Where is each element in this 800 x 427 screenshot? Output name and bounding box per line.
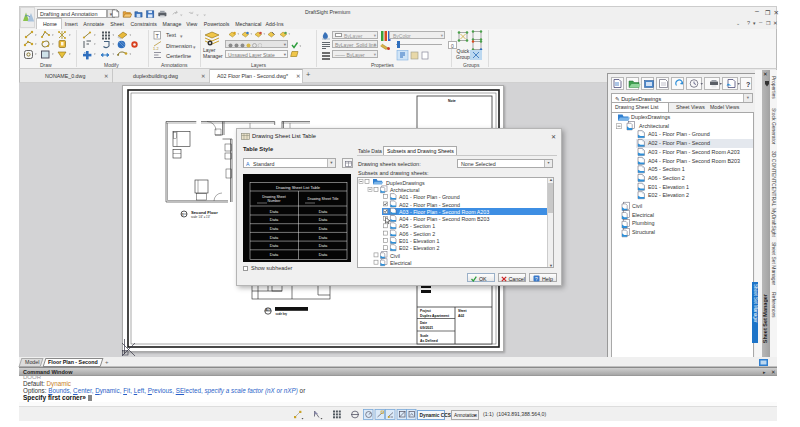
svg-text:Scale: Scale (420, 334, 429, 338)
svg-text:Data: Data (319, 243, 328, 248)
svg-text:Second Floor: Second Floor (191, 210, 218, 215)
svg-text:Data: Data (270, 243, 279, 248)
svg-text:Note: Note (448, 99, 456, 103)
svg-text:Data: Data (270, 217, 279, 222)
svg-text:Project: Project (420, 309, 432, 313)
svg-text:Data: Data (270, 208, 279, 213)
svg-text:1: 1 (182, 213, 184, 217)
svg-text:Drawing Sheet Title: Drawing Sheet Title (307, 196, 338, 200)
svg-text:6/9/2021: 6/9/2021 (420, 326, 433, 330)
svg-text:Data: Data (319, 208, 328, 213)
svg-text:Data: Data (319, 225, 328, 230)
svg-text:A03: A03 (266, 308, 271, 312)
svg-text:Drawing Sheet List Table: Drawing Sheet List Table (276, 184, 321, 189)
svg-text:Date: Date (420, 321, 427, 325)
svg-text:Sheet: Sheet (458, 309, 468, 313)
svg-text:?: ? (746, 81, 750, 88)
svg-text:Number: Number (268, 198, 282, 202)
svg-text:A02: A02 (458, 314, 464, 318)
svg-text:scale: 1/4" = 1'0": scale: 1/4" = 1'0" (191, 215, 210, 219)
svg-text:scale key: scale key (276, 312, 288, 316)
svg-text:1-2: 1-2 (153, 47, 159, 51)
svg-text:Data: Data (319, 217, 328, 222)
svg-text:Data: Data (270, 234, 279, 239)
svg-text:Data: Data (319, 234, 328, 239)
svg-text:Data: Data (319, 252, 328, 257)
svg-text:Data: Data (270, 252, 279, 257)
svg-text:Data: Data (270, 225, 279, 230)
svg-text:?: ? (535, 276, 538, 282)
svg-text:As Defined: As Defined (420, 339, 438, 343)
svg-text:Duplex Apartment: Duplex Apartment (420, 314, 450, 318)
